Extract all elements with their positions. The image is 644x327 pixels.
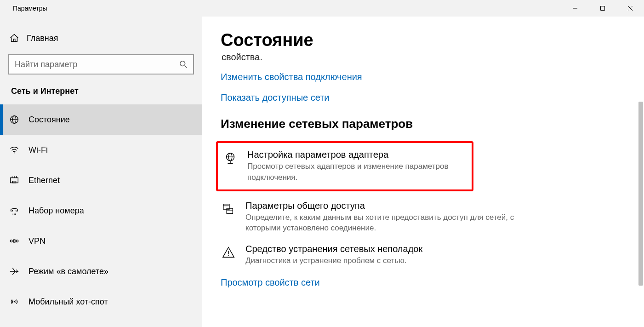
sidebar-item-label: Мобильный хот-спот <box>28 297 108 307</box>
titlebar: Параметры <box>0 0 644 17</box>
hotspot-icon <box>9 297 19 307</box>
globe-stand-icon <box>222 150 238 166</box>
svg-point-9 <box>14 153 15 154</box>
sidebar-item-dialup[interactable]: Набор номера <box>0 195 202 226</box>
svg-rect-14 <box>12 181 16 183</box>
svg-point-36 <box>228 255 229 256</box>
link-change-connection-properties[interactable]: Изменить свойства подключения <box>221 71 362 83</box>
sidebar-item-vpn[interactable]: VPN <box>0 226 202 256</box>
home-icon <box>9 33 19 43</box>
sidebar: Главная Сеть и Интернет <box>0 17 202 327</box>
svg-point-4 <box>180 61 185 66</box>
warning-triangle-icon <box>221 245 236 260</box>
search-icon <box>179 60 188 69</box>
link-show-available-networks[interactable]: Показать доступные сети <box>221 92 329 104</box>
option-description: Просмотр сетевых адаптеров и изменение п… <box>247 161 467 183</box>
svg-rect-1 <box>601 6 605 11</box>
window-controls <box>561 0 644 17</box>
window-title: Параметры <box>0 5 47 12</box>
search-box[interactable] <box>8 54 194 75</box>
globe-icon <box>9 115 19 125</box>
sidebar-item-status[interactable]: Состояние <box>0 104 202 135</box>
scrollbar-thumb[interactable] <box>638 102 643 286</box>
option-adapter-settings[interactable]: Настройка параметров адаптера Просмотр с… <box>221 147 469 186</box>
option-troubleshoot[interactable]: Средство устранения сетевых неполадок Ди… <box>221 239 515 272</box>
vpn-icon <box>9 236 19 246</box>
sidebar-item-airplane[interactable]: Режим «в самолете» <box>0 256 202 287</box>
sidebar-item-label: Состояние <box>28 115 70 125</box>
sidebar-item-wifi[interactable]: Wi-Fi <box>0 135 202 165</box>
option-title: Настройка параметров адаптера <box>247 149 467 160</box>
svg-point-25 <box>14 301 15 303</box>
sidebar-item-label: Ethernet <box>28 176 60 185</box>
search-input[interactable] <box>15 60 179 69</box>
minimize-button[interactable] <box>561 0 589 17</box>
option-title: Параметры общего доступа <box>245 201 515 211</box>
sidebar-item-hotspot[interactable]: Мобильный хот-спот <box>0 287 202 317</box>
svg-rect-10 <box>11 178 18 183</box>
ethernet-icon <box>9 175 19 185</box>
page-title: Состояние <box>221 30 626 50</box>
svg-point-16 <box>14 213 14 213</box>
sidebar-home-label: Главная <box>27 34 58 43</box>
sidebar-item-label: Wi-Fi <box>28 145 48 155</box>
option-description: Диагностика и устранение проблем с сетью… <box>245 255 515 266</box>
scrollbar[interactable] <box>638 35 644 324</box>
sidebar-item-ethernet[interactable]: Ethernet <box>0 165 202 195</box>
main-content: Состояние свойства. Изменить свойства по… <box>202 17 644 327</box>
airplane-icon <box>9 266 19 276</box>
sharing-icon <box>221 201 236 217</box>
link-view-network-properties[interactable]: Просмотр свойств сети <box>221 276 320 289</box>
maximize-button[interactable] <box>589 0 616 17</box>
sidebar-home[interactable]: Главная <box>0 29 202 48</box>
option-description: Определите, к каким данным вы хотите пре… <box>245 212 515 234</box>
sidebar-item-label: Режим «в самолете» <box>28 267 108 276</box>
svg-point-21 <box>10 240 12 242</box>
svg-point-18 <box>13 214 13 215</box>
sidebar-item-label: Набор номера <box>28 206 84 216</box>
sidebar-section-header: Сеть и Интернет <box>0 85 202 104</box>
svg-point-19 <box>14 214 14 215</box>
section-change-network-params: Изменение сетевых параметров <box>221 117 626 131</box>
svg-point-20 <box>15 214 16 215</box>
highlight-adapter-settings: Настройка параметров адаптера Просмотр с… <box>216 141 473 191</box>
dialup-icon <box>9 206 19 216</box>
svg-point-22 <box>16 240 18 242</box>
truncated-paragraph-text: свойства. <box>221 52 626 63</box>
svg-point-17 <box>15 213 16 213</box>
option-title: Средство устранения сетевых неполадок <box>245 244 515 254</box>
close-button[interactable] <box>616 0 644 17</box>
sidebar-item-label: VPN <box>28 236 46 246</box>
svg-point-15 <box>13 213 13 213</box>
wifi-icon <box>9 145 19 155</box>
svg-line-5 <box>185 66 187 68</box>
option-sharing-settings[interactable]: Параметры общего доступа Определите, к к… <box>221 196 515 240</box>
